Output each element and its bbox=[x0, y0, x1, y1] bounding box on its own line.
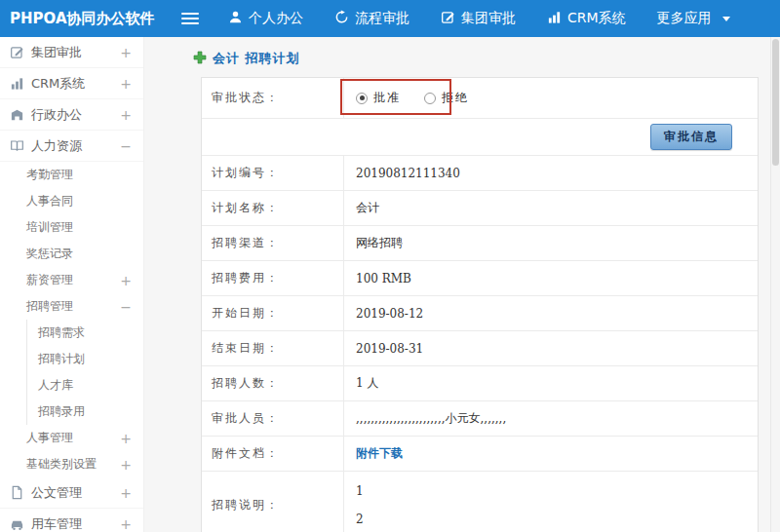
sidebar-item-docs-mgmt[interactable]: 公文管理 + bbox=[0, 477, 143, 509]
sidebar-item-attendance[interactable]: 考勤管理 bbox=[0, 162, 143, 188]
nav-process-approval[interactable]: 流程审批 bbox=[334, 10, 410, 27]
add-plus-icon bbox=[193, 51, 207, 67]
bar-chart-icon bbox=[10, 76, 24, 91]
sidebar-item-vehicle-mgmt[interactable]: 用车管理 + bbox=[0, 509, 143, 532]
sidebar-item-crm[interactable]: CRM系统 + bbox=[0, 68, 143, 99]
form-row-approval-status: 审批状态： 批准 拒绝 bbox=[202, 78, 758, 119]
sidebar-item-base-category[interactable]: 基础类别设置 + bbox=[0, 451, 143, 477]
collapse-toggle[interactable]: − bbox=[120, 300, 132, 314]
main-content: 会计 招聘计划 审批状态： 批准 拒绝 审批信息 bbox=[144, 37, 780, 532]
sidebar: 集团审批 + CRM系统 + 行政办公 + 人力资源 − 考勤管理 人事合同 bbox=[0, 37, 144, 532]
flow-refresh-icon bbox=[334, 10, 349, 27]
chevron-down-icon bbox=[722, 17, 730, 21]
sidebar-item-group-approval[interactable]: 集团审批 + bbox=[0, 37, 143, 68]
nav-crm[interactable]: CRM系统 bbox=[547, 10, 626, 27]
expand-toggle[interactable]: + bbox=[120, 517, 132, 531]
sidebar-item-hr[interactable]: 人力资源 − bbox=[0, 131, 143, 162]
collapse-toggle[interactable]: − bbox=[120, 139, 132, 153]
breadcrumb: 会计 招聘计划 bbox=[193, 50, 759, 67]
sidebar-item-salary[interactable]: 薪资管理 + bbox=[0, 267, 143, 293]
nav-group-approval[interactable]: 集团审批 bbox=[441, 10, 516, 27]
sidebar-item-hr-contract[interactable]: 人事合同 bbox=[0, 188, 143, 214]
form-row-attachment: 附件文档： 附件下载 bbox=[202, 437, 758, 472]
expand-toggle[interactable]: + bbox=[120, 77, 132, 91]
nav-personal-office[interactable]: 个人办公 bbox=[228, 10, 303, 27]
form-row-recruit-description: 招聘说明： 1 2 bbox=[202, 472, 758, 532]
approval-info-button[interactable]: 审批信息 bbox=[650, 124, 732, 150]
open-book-icon bbox=[10, 138, 24, 153]
sidebar-item-admin-office[interactable]: 行政办公 + bbox=[0, 99, 143, 131]
radio-approve-option[interactable]: 批准 bbox=[356, 90, 401, 106]
form-row-plan-name: 计划名称： 会计 bbox=[202, 191, 758, 226]
form-row-end-date: 结束日期： 2019-08-31 bbox=[202, 331, 758, 366]
expand-toggle[interactable]: + bbox=[120, 108, 132, 122]
expand-toggle[interactable]: + bbox=[120, 274, 132, 287]
page-title: 会计 招聘计划 bbox=[213, 50, 300, 67]
sidebar-item-talent-pool[interactable]: 人才库 bbox=[27, 372, 143, 399]
sidebar-item-recruit-plan[interactable]: 招聘计划 bbox=[27, 346, 143, 372]
sidebar-item-training[interactable]: 培训管理 bbox=[0, 214, 143, 241]
recruit-plan-form: 审批状态： 批准 拒绝 审批信息 计划编号： 20190812111 bbox=[201, 77, 759, 532]
form-row-plan-number: 计划编号： 20190812111340 bbox=[202, 156, 758, 191]
expand-toggle[interactable]: + bbox=[120, 458, 132, 472]
edit-square-icon bbox=[441, 10, 455, 27]
app-brand: PHPOA协同办公软件 bbox=[0, 10, 174, 28]
form-row-recruit-channel: 招聘渠道： 网络招聘 bbox=[202, 226, 758, 261]
form-row-button: 审批信息 bbox=[202, 119, 758, 156]
sidebar-item-recruit-hire[interactable]: 招聘录用 bbox=[27, 399, 143, 425]
sidebar-item-personnel-mgmt[interactable]: 人事管理 + bbox=[0, 425, 143, 451]
vertical-scrollbar[interactable] bbox=[770, 37, 780, 532]
form-row-start-date: 开始日期： 2019-08-12 bbox=[202, 296, 758, 331]
expand-toggle[interactable]: + bbox=[120, 486, 132, 500]
scrollbar-thumb[interactable] bbox=[772, 39, 779, 166]
form-row-recruit-count: 招聘人数： 1 人 bbox=[202, 366, 758, 401]
topbar: PHPOA协同办公软件 个人办公 流程审批 集团审批 CRM系统 更多应用 bbox=[0, 0, 780, 37]
car-icon bbox=[10, 516, 24, 531]
approval-status-radios: 批准 拒绝 bbox=[343, 78, 758, 118]
expand-toggle[interactable]: + bbox=[120, 46, 132, 59]
sidebar-item-recruit-need[interactable]: 招聘需求 bbox=[27, 320, 143, 346]
recruit-submenu: 招聘需求 招聘计划 人才库 招聘录用 bbox=[26, 320, 143, 425]
radio-reject[interactable] bbox=[424, 93, 436, 104]
description-line: 2 bbox=[356, 513, 364, 526]
sidebar-item-recruit-mgmt[interactable]: 招聘管理 − bbox=[0, 293, 143, 320]
building-icon bbox=[10, 107, 24, 122]
topnav: 个人办公 流程审批 集团审批 CRM系统 更多应用 bbox=[228, 10, 761, 27]
radio-reject-option[interactable]: 拒绝 bbox=[424, 90, 469, 106]
attachment-download-link[interactable]: 附件下载 bbox=[356, 445, 403, 462]
edit-square-icon bbox=[10, 45, 24, 59]
radio-approve[interactable] bbox=[356, 93, 368, 104]
user-icon bbox=[228, 10, 243, 27]
nav-more-apps[interactable]: 更多应用 bbox=[657, 10, 730, 27]
bar-chart-icon bbox=[547, 10, 562, 27]
expand-toggle[interactable]: + bbox=[120, 432, 132, 445]
description-line: 1 bbox=[356, 484, 364, 498]
sidebar-item-rewards[interactable]: 奖惩记录 bbox=[0, 241, 143, 267]
hr-submenu: 考勤管理 人事合同 培训管理 奖惩记录 薪资管理 + 招聘管理 − bbox=[0, 162, 143, 477]
menu-icon[interactable] bbox=[181, 13, 199, 24]
form-row-recruit-cost: 招聘费用： 100 RMB bbox=[202, 261, 758, 296]
document-icon bbox=[10, 485, 24, 500]
form-row-approvers: 审批人员： ,,,,,,,,,,,,,,,,,,,,,,,,小元女,,,,,,, bbox=[202, 401, 758, 437]
